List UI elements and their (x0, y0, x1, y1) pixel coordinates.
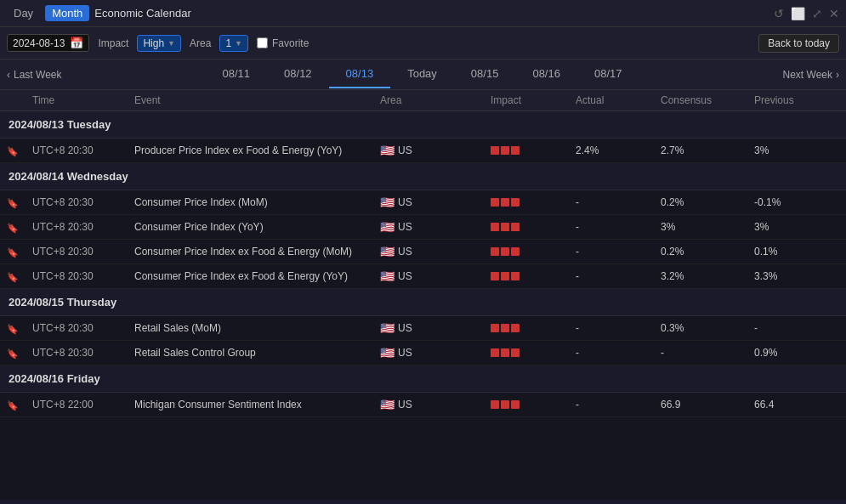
previous-cell: 3% (754, 144, 839, 156)
impact-cell (491, 324, 576, 332)
impact-cell (491, 247, 576, 256)
impact-bar (501, 348, 509, 357)
col-time: Time (32, 94, 134, 106)
impact-cell (491, 146, 576, 155)
flag-icon: 🇺🇸 (380, 321, 395, 335)
area-value: 1 (225, 37, 231, 49)
area-select[interactable]: 1 ▼ (219, 35, 248, 52)
maximize-icon[interactable]: ⬜ (791, 7, 805, 20)
close-icon[interactable]: ✕ (829, 7, 839, 20)
section-header-2: 2024/08/15 Thursday (0, 289, 846, 316)
expand-icon[interactable]: ⤢ (812, 7, 822, 20)
impact-bar (511, 400, 520, 409)
impact-bar (491, 247, 499, 256)
bookmark-icon[interactable]: 🔖 (7, 196, 32, 209)
impact-bar (501, 400, 509, 409)
area-label: US (398, 322, 412, 334)
table-row[interactable]: 🔖UTC+8 20:30Consumer Price Index ex Food… (0, 264, 846, 289)
impact-select[interactable]: High ▼ (137, 35, 181, 52)
area-label: US (398, 399, 412, 411)
area-label: US (398, 221, 412, 233)
favorite-checkbox-wrap[interactable]: Favorite (257, 37, 309, 49)
time-cell: UTC+8 22:00 (32, 399, 134, 411)
flag-icon: 🇺🇸 (380, 245, 395, 258)
event-cell: Consumer Price Index ex Food & Energy (M… (134, 246, 380, 258)
window-controls: ↺ ⬜ ⤢ ✕ (774, 7, 839, 20)
previous-cell: - (754, 322, 839, 334)
time-cell: UTC+8 20:30 (32, 246, 134, 258)
impact-bar (501, 146, 509, 155)
impact-bar (491, 348, 499, 357)
tab-month[interactable]: Month (45, 5, 89, 21)
bookmark-icon[interactable]: 🔖 (7, 246, 32, 258)
col-area: Area (380, 94, 491, 106)
event-cell: Retail Sales (MoM) (134, 322, 380, 334)
favorite-checkbox[interactable] (257, 37, 268, 48)
previous-cell: 0.1% (754, 246, 839, 258)
date-input[interactable]: 2024-08-13 📅 (7, 34, 89, 52)
table-row[interactable]: 🔖UTC+8 22:00Michigan Consumer Sentiment … (0, 393, 846, 417)
back-to-today-button[interactable]: Back to today (758, 34, 839, 53)
tab-day[interactable]: Day (7, 5, 40, 21)
actual-cell: - (576, 322, 661, 334)
calendar-icon: 📅 (70, 37, 83, 49)
previous-cell: -0.1% (754, 196, 839, 208)
previous-cell: 0.9% (754, 347, 839, 359)
impact-bar (511, 247, 520, 256)
table-row[interactable]: 🔖UTC+8 20:30Producer Price Index ex Food… (0, 139, 846, 163)
nav-date-0817[interactable]: 08/17 (577, 60, 639, 88)
impact-label: Impact (98, 37, 128, 49)
table-row[interactable]: 🔖UTC+8 20:30Consumer Price Index (MoM)🇺🇸… (0, 190, 846, 215)
impact-bar (501, 247, 509, 256)
bookmark-icon[interactable]: 🔖 (7, 347, 32, 360)
previous-cell: 3% (754, 221, 839, 233)
area-label: US (398, 144, 412, 156)
bookmark-icon[interactable]: 🔖 (7, 399, 32, 411)
impact-bar (491, 272, 499, 280)
flag-icon: 🇺🇸 (380, 220, 395, 234)
previous-cell: 66.4 (754, 399, 839, 411)
bookmark-icon[interactable]: 🔖 (7, 322, 32, 335)
impact-cell (491, 223, 576, 231)
prev-week-label: Last Week (14, 69, 61, 81)
impact-bar (491, 324, 499, 332)
event-cell: Michigan Consumer Sentiment Index (134, 399, 380, 411)
table-row[interactable]: 🔖UTC+8 20:30Retail Sales Control Group🇺🇸… (0, 341, 846, 365)
nav-date-0816[interactable]: 08/16 (515, 60, 577, 88)
next-week-nav[interactable]: Next Week › (783, 69, 839, 81)
previous-cell: 3.3% (754, 270, 839, 282)
table-row[interactable]: 🔖UTC+8 20:30Retail Sales (MoM)🇺🇸US-0.3%- (0, 316, 846, 341)
bookmark-icon[interactable]: 🔖 (7, 144, 32, 157)
nav-date-0813[interactable]: 08/13 (329, 60, 391, 88)
area-cell: 🇺🇸US (380, 195, 491, 209)
next-week-label: Next Week (783, 69, 832, 81)
table-row[interactable]: 🔖UTC+8 20:30Consumer Price Index ex Food… (0, 240, 846, 264)
nav-date-today[interactable]: Today (390, 60, 454, 88)
bookmark-icon[interactable]: 🔖 (7, 221, 32, 234)
impact-value: High (143, 37, 164, 49)
event-cell: Consumer Price Index ex Food & Energy (Y… (134, 270, 380, 282)
consensus-cell: 0.2% (661, 196, 754, 208)
bookmark-icon[interactable]: 🔖 (7, 270, 32, 283)
refresh-icon[interactable]: ↺ (774, 7, 784, 20)
consensus-cell: - (661, 347, 754, 359)
top-bar: Day Month Economic Calendar ↺ ⬜ ⤢ ✕ (0, 0, 846, 27)
impact-bar (511, 348, 520, 357)
event-cell: Consumer Price Index (MoM) (134, 196, 380, 208)
time-cell: UTC+8 20:30 (32, 322, 134, 334)
time-cell: UTC+8 20:30 (32, 221, 134, 233)
area-label: US (398, 246, 412, 258)
area-label: Area (190, 37, 211, 49)
area-label: US (398, 270, 412, 282)
actual-cell: - (576, 246, 661, 258)
area-label: US (398, 347, 412, 359)
table-row[interactable]: 🔖UTC+8 20:30Consumer Price Index (YoY)🇺🇸… (0, 215, 846, 240)
nav-date-0815[interactable]: 08/15 (454, 60, 516, 88)
impact-bar (501, 272, 509, 280)
col-impact: Impact (491, 94, 576, 106)
impact-bar (501, 223, 509, 231)
nav-date-0812[interactable]: 08/12 (267, 60, 329, 88)
prev-week-nav[interactable]: ‹ Last Week (7, 69, 61, 81)
impact-bar (511, 223, 520, 231)
nav-date-0811[interactable]: 08/11 (206, 60, 268, 88)
